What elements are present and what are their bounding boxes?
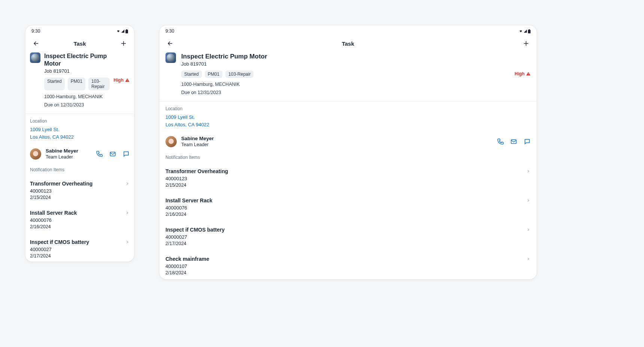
notification-item[interactable]: Inspect if CMOS battery 40000027 2/17/20… <box>160 222 537 251</box>
phone-icon <box>497 138 504 145</box>
location-section: Location 1009 Lyell St. Los Altos, CA 94… <box>25 114 134 144</box>
contact-row: Sabine Meyer Team Leader <box>25 144 134 164</box>
location-label: Location <box>30 118 130 124</box>
notification-id: 40000027 <box>165 234 522 240</box>
notification-id: 40000027 <box>30 247 121 252</box>
tag-pm: PM01 <box>205 70 222 78</box>
contact-info: Sabine Meyer Team Leader <box>181 136 492 147</box>
notification-date: 2/16/2024 <box>165 212 522 217</box>
notification-id: 40000123 <box>165 176 522 181</box>
notification-item[interactable]: Inspect if CMOS battery 40000027 2/17/20… <box>25 235 134 262</box>
chevron-right-icon <box>526 169 531 174</box>
notification-id: 40000123 <box>30 188 121 194</box>
svg-rect-1 <box>126 29 127 30</box>
svg-rect-3 <box>528 30 531 33</box>
nav-bar: Task <box>160 35 537 52</box>
battery-icon <box>125 29 128 33</box>
task-due: Due on 12/31/2023 <box>44 102 110 108</box>
task-tags: Started PM01 103-Repair <box>44 78 110 90</box>
location-line2: Los Altos, CA 94022 <box>165 121 531 129</box>
task-site: 1000-Hamburg, MECHANIK <box>44 94 110 99</box>
task-site: 1000-Hamburg, MECHANIK <box>181 82 509 87</box>
notification-title: Inspect if CMOS battery <box>165 227 522 233</box>
battery-icon <box>528 29 531 33</box>
phone-button[interactable] <box>497 138 504 145</box>
task-header: Inspect Electric Pump Motor Job 819701 S… <box>160 52 537 102</box>
svg-rect-4 <box>529 29 530 30</box>
notification-date: 2/15/2024 <box>30 195 121 200</box>
notification-title: Inspect if CMOS battery <box>30 239 121 245</box>
chevron-right-icon <box>526 257 531 261</box>
mail-icon <box>109 151 116 157</box>
task-header-main: Inspect Electric Pump Motor Job 819701 S… <box>44 52 110 108</box>
notification-date: 2/17/2024 <box>165 241 522 246</box>
notification-date: 2/15/2024 <box>165 182 522 188</box>
status-icons <box>116 29 128 33</box>
phone-button[interactable] <box>96 151 103 157</box>
priority-badge: High <box>113 52 130 108</box>
notification-item[interactable]: Install Server Rack 40000076 2/16/2024 <box>160 193 537 222</box>
tag-repair: 103-Repair <box>225 70 253 78</box>
email-button[interactable] <box>109 151 116 157</box>
notification-item[interactable]: Transformer Overheating 40000123 2/15/20… <box>160 164 537 193</box>
back-button[interactable] <box>165 39 174 48</box>
notification-date: 2/17/2024 <box>30 253 121 259</box>
notification-id: 40000076 <box>30 217 121 223</box>
priority-badge: High <box>514 52 531 95</box>
chat-icon <box>123 151 130 157</box>
contact-role: Team Leader <box>46 154 91 160</box>
signal-icon <box>523 29 527 33</box>
notification-item[interactable]: Install Server Rack 40000076 2/16/2024 <box>25 205 134 235</box>
task-header-main: Inspect Electric Pump Motor Job 819701 S… <box>181 52 509 95</box>
page-title: Task <box>174 40 522 47</box>
notification-date: 2/18/2024 <box>165 270 522 275</box>
alert-icon <box>125 78 130 82</box>
contact-name: Sabine Meyer <box>46 148 91 154</box>
tag-pm: PM01 <box>68 78 85 90</box>
nav-bar: Task <box>25 35 134 52</box>
body-content: Location 1009 Lyell St. Los Altos, CA 94… <box>160 102 537 279</box>
tag-status: Started <box>181 70 202 78</box>
notification-date: 2/16/2024 <box>30 224 121 229</box>
location-label: Location <box>165 106 531 111</box>
location-line1: 1009 Lyell St. <box>165 114 531 121</box>
arrow-left-icon <box>33 40 39 47</box>
location-section: Location 1009 Lyell St. Los Altos, CA 94… <box>160 102 537 131</box>
chat-button[interactable] <box>123 151 130 157</box>
chevron-right-icon <box>125 181 130 186</box>
task-due: Due on 12/31/2023 <box>181 90 509 95</box>
status-time: 9:30 <box>31 28 40 34</box>
priority-label: High <box>113 78 124 83</box>
notification-item[interactable]: Check mainframe 40000107 2/18/2024 <box>160 251 537 279</box>
notification-title: Check mainframe <box>165 256 522 262</box>
tag-repair: 103-Repair <box>88 78 110 90</box>
notification-id: 40000107 <box>165 263 522 269</box>
task-title: Inspect Electric Pump Motor <box>44 52 110 67</box>
location-link[interactable]: 1009 Lyell St. Los Altos, CA 94022 <box>30 126 130 141</box>
arrow-left-icon <box>167 40 173 47</box>
svg-rect-0 <box>125 30 128 33</box>
plus-icon <box>120 40 127 47</box>
chevron-right-icon <box>526 227 531 232</box>
chevron-right-icon <box>125 240 130 244</box>
status-bar: 9:30 <box>160 25 537 35</box>
chat-button[interactable] <box>524 138 531 145</box>
task-title: Inspect Electric Pump Motor <box>181 52 509 60</box>
back-button[interactable] <box>31 39 40 48</box>
task-tags: Started PM01 103-Repair <box>181 70 509 78</box>
signal-icon <box>121 29 125 33</box>
notifications-label: Notification Items <box>25 164 134 176</box>
notification-item[interactable]: Transformer Overheating 40000123 2/15/20… <box>25 176 134 205</box>
contact-info: Sabine Meyer Team Leader <box>46 148 91 160</box>
add-button[interactable] <box>119 39 128 48</box>
location-link[interactable]: 1009 Lyell St. Los Altos, CA 94022 <box>165 114 531 128</box>
notifications-label: Notification Items <box>160 152 537 164</box>
location-line1: 1009 Lyell St. <box>30 126 130 133</box>
status-time: 9:30 <box>165 28 174 34</box>
email-button[interactable] <box>510 138 517 145</box>
add-button[interactable] <box>522 39 531 48</box>
page-title: Task <box>40 40 119 47</box>
device-tablet: 9:30 Task Inspect Electric Pump Motor Jo… <box>160 25 537 279</box>
wifi-icon <box>116 29 120 33</box>
priority-label: High <box>514 71 525 76</box>
